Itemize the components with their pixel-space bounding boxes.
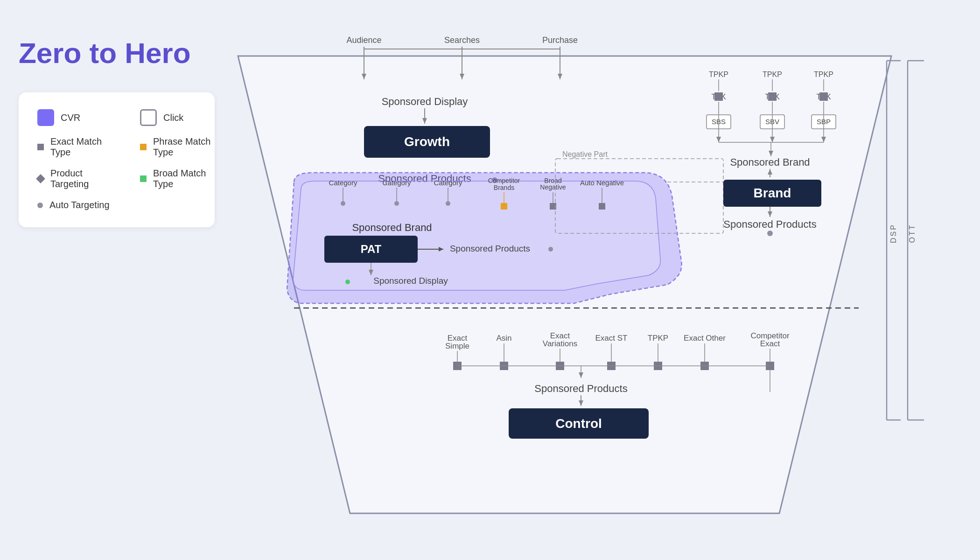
dsp-label: DSP xyxy=(889,224,897,243)
exact-simple2: Simple xyxy=(445,342,469,350)
exact-st: Exact ST xyxy=(595,334,628,343)
click-label: Click xyxy=(163,112,183,123)
legend-phrase: Phrase Match Type xyxy=(140,136,215,158)
searches-label: Searches xyxy=(444,35,480,45)
sponsored-brand-inner: Sponsored Brand xyxy=(352,222,432,233)
legend-box: CVR Click Exact Match Type Phrase Match … xyxy=(19,92,215,227)
auto-icon xyxy=(37,203,43,208)
cat1: Category xyxy=(329,179,357,187)
svg-point-29 xyxy=(767,231,773,236)
control-button[interactable]: Control xyxy=(555,416,602,431)
tpkp2: TPKP xyxy=(763,70,782,78)
legend-click: Click xyxy=(140,109,215,126)
tpkp3: TPKP xyxy=(814,70,833,78)
svg-point-10 xyxy=(341,201,345,206)
asin-label: Asin xyxy=(496,334,511,343)
sponsored-products-bottom: Sponsored Products xyxy=(534,383,627,394)
brand-button[interactable]: Brand xyxy=(754,186,791,200)
exact-other: Exact Other xyxy=(684,334,726,343)
phrase-label: Phrase Match Type xyxy=(153,136,215,158)
exact-label: Exact Match Type xyxy=(50,136,112,158)
competitor-brands: Competitor xyxy=(488,177,520,184)
negative-part-label: Negative Part xyxy=(562,150,608,158)
svg-point-20 xyxy=(548,247,553,252)
tpkp1: TPKP xyxy=(709,70,728,78)
auto-neg-dot xyxy=(599,203,605,210)
growth-button[interactable]: Growth xyxy=(404,134,450,149)
sponsored-products-right: Sponsored Products xyxy=(723,218,816,230)
svg-point-23 xyxy=(345,280,350,284)
exact-icon xyxy=(37,144,44,150)
page-title: Zero to Hero xyxy=(19,37,215,69)
competitor-brands2: Brands xyxy=(494,184,514,191)
svg-point-12 xyxy=(394,201,399,206)
legend-cvr: CVR xyxy=(37,109,112,126)
sponsored-brand-right: Sponsored Brand xyxy=(730,156,810,168)
pat-button[interactable]: PAT xyxy=(361,243,382,255)
cvr-icon xyxy=(37,109,54,126)
tpk2-square xyxy=(768,92,777,101)
auto-negative: Auto Negative xyxy=(580,179,624,187)
product-label: Product Targeting xyxy=(50,168,112,189)
cvr-label: CVR xyxy=(61,112,80,123)
tpk3-square xyxy=(819,92,828,101)
broad-icon xyxy=(140,175,147,182)
audience-label: Audience xyxy=(346,35,381,45)
legend-exact: Exact Match Type xyxy=(37,136,112,158)
broad-negative2: Negative xyxy=(540,183,566,191)
auto-label: Auto Targeting xyxy=(49,200,110,210)
legend-product: Product Targeting xyxy=(37,168,112,189)
sponsored-display-inner: Sponsored Display xyxy=(373,276,448,286)
sponsored-display-top: Sponsored Display xyxy=(382,96,468,107)
click-icon xyxy=(140,109,157,126)
phrase-icon xyxy=(140,144,147,150)
cat2: Category xyxy=(383,179,411,187)
diagram: CONSIDERATION PURCHASE Audience Searches… xyxy=(229,23,957,537)
left-panel: Zero to Hero CVR Click Exact Match Type … xyxy=(19,37,215,227)
exact-var2: Variations xyxy=(543,339,577,348)
phrase-dot xyxy=(501,203,507,210)
tpkp-bottom: TPKP xyxy=(648,334,668,343)
broad-label: Broad Match Type xyxy=(153,168,215,189)
tpk1-square xyxy=(714,92,723,101)
ott-label: OTT xyxy=(908,224,916,243)
legend-auto: Auto Targeting xyxy=(37,200,112,210)
product-icon xyxy=(36,174,45,183)
sponsored-products-inner: Sponsored Products xyxy=(450,244,530,253)
cat3: Category xyxy=(434,179,462,187)
legend-broad: Broad Match Type xyxy=(140,168,215,189)
comp-exact2: Exact xyxy=(760,339,780,348)
svg-point-14 xyxy=(446,201,450,206)
purchase-top-label: Purchase xyxy=(542,35,578,45)
